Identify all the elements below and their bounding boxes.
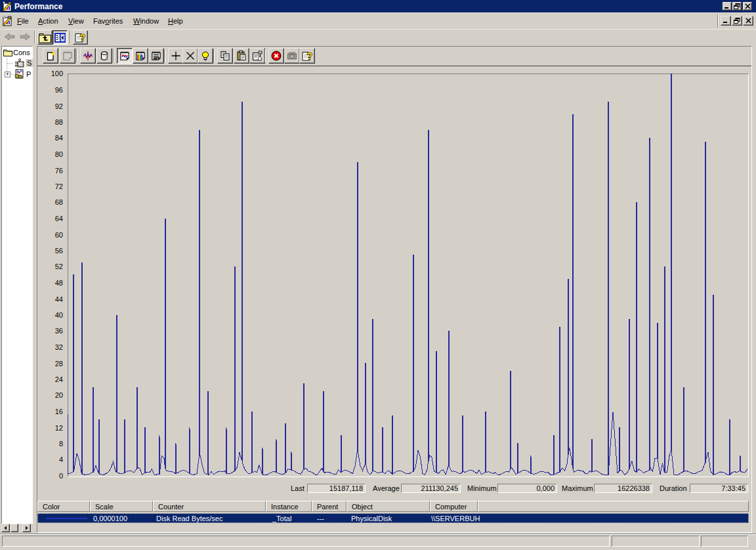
svg-text:?: ?	[80, 32, 86, 43]
svg-text:?: ?	[306, 51, 312, 61]
